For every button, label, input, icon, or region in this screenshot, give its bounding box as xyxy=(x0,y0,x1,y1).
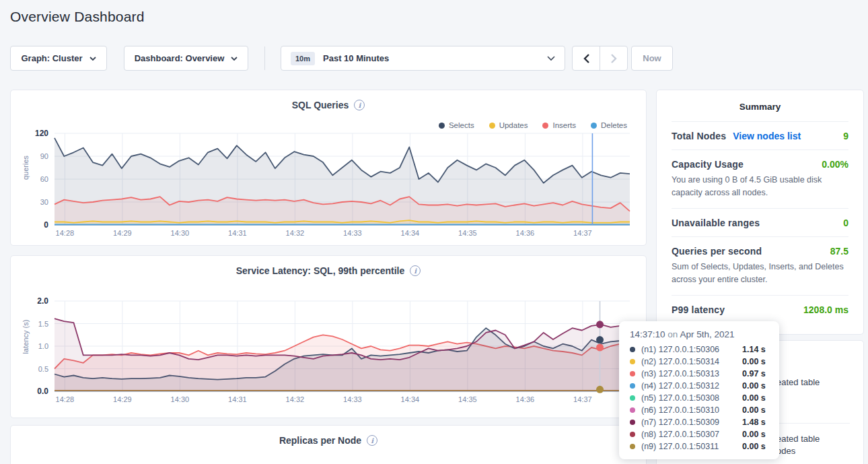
svg-text:120: 120 xyxy=(35,129,48,138)
p99-latency-label: P99 latency xyxy=(672,304,725,315)
svg-text:14:29: 14:29 xyxy=(113,229,132,237)
dashboard-dropdown[interactable]: Dashboard: Overview xyxy=(124,46,248,71)
svg-text:14:35: 14:35 xyxy=(458,229,477,237)
sql-chart-legend: SelectsUpdatesInsertsDeletes xyxy=(439,121,627,129)
time-range-picker[interactable]: 10m Past 10 Minutes xyxy=(281,46,565,71)
svg-text:30: 30 xyxy=(40,198,48,206)
tooltip-node-row: (n5) 127.0.0.1:503080.00 s xyxy=(630,392,768,404)
legend-item-updates[interactable]: Updates xyxy=(489,121,528,129)
service-latency-plot[interactable]: 14:2814:2914:3014:3114:3214:3314:3414:35… xyxy=(11,297,638,405)
tooltip-node-row: (n1) 127.0.0.1:503061.14 s xyxy=(630,343,768,356)
tooltip-timestamp: 14:37:10 on Apr 5th, 2021 xyxy=(630,329,768,339)
service-latency-chart-title: Service Latency: SQL, 99th percentile xyxy=(236,265,405,276)
node-address: (n2) 127.0.0.1:50314 xyxy=(641,357,742,366)
qps-label: Queries per second xyxy=(672,246,762,257)
svg-text:1.0: 1.0 xyxy=(38,342,48,350)
node-latency-value: 0.00 s xyxy=(742,357,766,366)
svg-text:14:34: 14:34 xyxy=(401,229,420,237)
view-nodes-list-link[interactable]: View nodes list xyxy=(733,131,801,141)
svg-text:90: 90 xyxy=(40,152,48,160)
summary-row-qps: Queries per second 87.5 Sum of Selects, … xyxy=(672,236,848,295)
node-color-dot-icon xyxy=(630,444,635,449)
total-nodes-label: Total Nodes xyxy=(672,131,726,141)
capacity-usage-label: Capacity Usage xyxy=(672,159,744,170)
chevron-left-icon xyxy=(583,54,589,63)
info-icon[interactable]: i xyxy=(354,100,365,110)
previous-interval-button[interactable] xyxy=(573,46,600,70)
svg-text:2.0: 2.0 xyxy=(37,297,48,306)
next-interval-button[interactable] xyxy=(600,46,627,70)
legend-item-inserts[interactable]: Inserts xyxy=(542,121,576,129)
legend-label: Selects xyxy=(449,121,474,129)
info-icon[interactable]: i xyxy=(367,435,377,446)
node-address: (n9) 127.0.0.1:50311 xyxy=(641,442,742,451)
capacity-usage-description: You are using 0 B of 4.5 GiB usable disk… xyxy=(672,174,848,200)
event-item-fragment[interactable]: odes xyxy=(776,446,795,456)
node-latency-value: 0.97 s xyxy=(742,369,766,378)
time-range-label: Past 10 Minutes xyxy=(323,53,389,63)
svg-text:0: 0 xyxy=(44,220,48,230)
node-color-dot-icon xyxy=(630,371,635,376)
tooltip-node-row: (n2) 127.0.0.1:503140.00 s xyxy=(630,356,768,368)
summary-panel: Summary Total Nodes View nodes list 9 Ca… xyxy=(656,90,864,335)
svg-text:14:34: 14:34 xyxy=(401,395,420,403)
node-color-dot-icon xyxy=(630,420,635,425)
sql-queries-plot[interactable]: 14:2814:2914:3014:3114:3214:3314:3414:35… xyxy=(11,129,638,238)
node-color-dot-icon xyxy=(630,432,635,437)
info-icon[interactable]: i xyxy=(410,265,421,276)
summary-row-capacity: Capacity Usage 0.00% You are using 0 B o… xyxy=(672,150,848,208)
event-item-fragment[interactable]: eated table xyxy=(776,434,820,444)
qps-description: Sum of Selects, Updates, Inserts, and De… xyxy=(672,261,848,287)
svg-text:14:30: 14:30 xyxy=(171,395,190,403)
tooltip-time: 14:37:10 xyxy=(630,329,665,339)
node-address: (n5) 127.0.0.1:50308 xyxy=(641,393,742,403)
svg-text:1.5: 1.5 xyxy=(38,320,48,328)
svg-text:14:36: 14:36 xyxy=(516,395,535,403)
tooltip-node-row: (n7) 127.0.0.1:503091.48 s xyxy=(630,416,768,428)
controls-divider xyxy=(264,46,265,70)
legend-label: Updates xyxy=(499,121,528,129)
svg-text:14:28: 14:28 xyxy=(56,229,75,237)
now-button-label: Now xyxy=(643,53,661,63)
node-address: (n6) 127.0.0.1:50310 xyxy=(641,405,742,415)
replicas-chart-title: Replicas per Node xyxy=(279,435,361,446)
event-item-fragment[interactable]: eated table xyxy=(776,377,820,387)
svg-text:14:32: 14:32 xyxy=(286,229,305,237)
tooltip-node-row: (n4) 127.0.0.1:503120.00 s xyxy=(630,380,768,392)
legend-item-deletes[interactable]: Deletes xyxy=(591,121,627,129)
svg-text:60: 60 xyxy=(40,175,48,183)
tooltip-on: on xyxy=(667,329,678,339)
svg-text:14:33: 14:33 xyxy=(343,395,362,403)
svg-text:14:37: 14:37 xyxy=(573,395,592,403)
node-color-dot-icon xyxy=(630,383,635,389)
node-address: (n3) 127.0.0.1:50313 xyxy=(641,369,742,378)
summary-row-p99: P99 latency 1208.0 ms xyxy=(672,295,848,323)
graph-dropdown[interactable]: Graph: Cluster xyxy=(10,46,107,71)
chart-hover-tooltip: 14:37:10 on Apr 5th, 2021 (n1) 127.0.0.1… xyxy=(619,321,779,459)
chevron-down-icon xyxy=(547,56,555,61)
summary-title: Summary xyxy=(672,90,848,121)
node-latency-value: 0.00 s xyxy=(742,430,766,439)
tooltip-node-row: (n9) 127.0.0.1:503110.00 s xyxy=(630,440,768,453)
node-latency-value: 1.48 s xyxy=(742,418,766,427)
graph-dropdown-label: Graph: Cluster xyxy=(21,53,82,63)
time-range-badge: 10m xyxy=(291,52,315,65)
legend-dot-icon xyxy=(439,123,445,129)
chevron-down-icon xyxy=(231,57,238,61)
node-latency-value: 0.00 s xyxy=(742,442,766,451)
node-color-dot-icon xyxy=(630,359,635,364)
tooltip-node-row: (n3) 127.0.0.1:503130.97 s xyxy=(630,368,768,380)
page-title: Overview Dashboard xyxy=(10,9,145,25)
node-color-dot-icon xyxy=(630,395,635,401)
chevron-down-icon xyxy=(89,57,96,61)
unavailable-ranges-label: Unavailable ranges xyxy=(672,218,760,228)
legend-item-selects[interactable]: Selects xyxy=(439,121,474,129)
legend-dot-icon xyxy=(489,123,495,129)
now-button[interactable]: Now xyxy=(631,46,673,71)
node-color-dot-icon xyxy=(630,407,635,413)
svg-text:14:31: 14:31 xyxy=(228,395,247,403)
legend-label: Deletes xyxy=(601,121,627,129)
tooltip-date: Apr 5th, 2021 xyxy=(680,329,734,339)
node-latency-value: 0.00 s xyxy=(742,393,766,403)
svg-text:14:31: 14:31 xyxy=(228,229,247,237)
